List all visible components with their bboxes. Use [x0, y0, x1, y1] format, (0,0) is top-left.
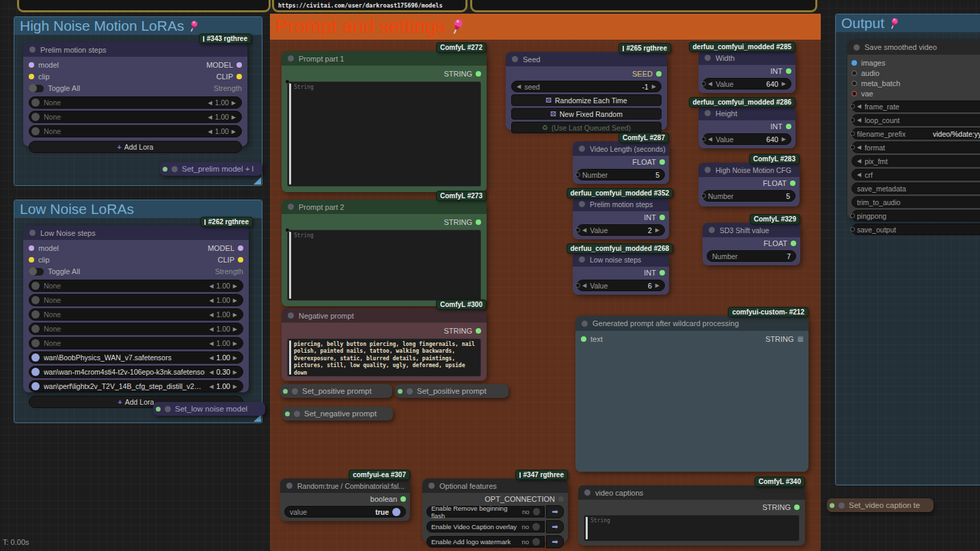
collapse-dot-icon[interactable] — [584, 489, 590, 496]
randomize-each-time-button[interactable]: ⚄ Randomize Each Time — [511, 94, 662, 106]
lora-row[interactable]: None◀1.00▶ — [29, 323, 243, 335]
toggle-knob-icon[interactable] — [532, 538, 540, 546]
node-header[interactable]: Save smoothed video — [847, 40, 980, 55]
node-header[interactable]: SD3 Shift value — [703, 223, 800, 237]
group-resize-handle[interactable] — [254, 177, 261, 185]
widget-slot-icon[interactable] — [575, 172, 580, 177]
value-widget[interactable]: ◀Value 640▶ — [703, 133, 791, 145]
arrow-right-icon[interactable]: ➡ — [546, 505, 564, 518]
int-output-slot[interactable] — [786, 68, 791, 74]
value-widget[interactable]: ◀Value 2▶ — [577, 224, 665, 236]
number-widget[interactable]: Number 7 — [707, 250, 796, 262]
string-output-slot[interactable] — [476, 71, 481, 77]
textarea-scrollbar[interactable] — [289, 83, 291, 185]
collapse-dot-icon[interactable] — [705, 167, 711, 173]
lora-toggle-icon[interactable] — [31, 296, 40, 304]
node-graph-canvas[interactable]: https://civitai.com/user/darkroast175696… — [0, 0, 980, 551]
node-header[interactable]: video captions — [578, 485, 805, 500]
node-set-low-noise-model[interactable]: Set_low noise model — [153, 402, 265, 416]
collapse-dot-icon[interactable] — [854, 44, 860, 51]
lora-toggle-icon[interactable] — [31, 98, 40, 107]
grid-handle-icon[interactable]: ▦ — [798, 335, 803, 342]
slot-dot-icon[interactable] — [398, 389, 403, 394]
lora-toggle-icon[interactable] — [31, 113, 40, 121]
node-header[interactable]: Negative prompt — [282, 308, 487, 323]
widget-slot-icon[interactable] — [575, 283, 580, 288]
lora-strength-value[interactable]: 1.00 — [215, 127, 228, 135]
slot-dot-icon[interactable] — [285, 412, 290, 416]
prompt-part-1-input[interactable] — [287, 81, 481, 187]
float-output-slot[interactable] — [790, 180, 795, 186]
lora-toggle-icon[interactable] — [31, 310, 40, 319]
model-input-slot[interactable] — [29, 62, 34, 68]
widget-slot-icon[interactable] — [575, 228, 580, 232]
lora-row[interactable]: None◀1.00▶ — [29, 280, 243, 292]
group-prompt-settings-title[interactable]: Prompt and settings — [270, 14, 821, 40]
int-output-slot[interactable] — [659, 270, 665, 276]
text-input-slot[interactable] — [581, 336, 586, 342]
lora-strength-value[interactable]: 1.00 — [215, 113, 228, 121]
lora-strength-value[interactable]: 0.30 — [216, 368, 230, 376]
collapse-dot-icon[interactable] — [582, 321, 588, 327]
lora-toggle-icon[interactable] — [31, 368, 40, 376]
crf-widget[interactable]: ◀crf — [852, 169, 980, 180]
clip-input-slot[interactable] — [29, 257, 34, 263]
collapse-dot-icon[interactable] — [579, 201, 585, 207]
node-header[interactable]: Height — [698, 106, 795, 120]
collapse-dot-icon[interactable] — [288, 55, 294, 62]
widget-slot-icon[interactable] — [850, 227, 855, 232]
node-header[interactable]: Random:true / Combinatorial:fal... — [280, 479, 410, 493]
toggle-knob-icon[interactable] — [533, 508, 540, 515]
widget-slot-icon[interactable] — [850, 145, 855, 150]
collapse-dot-icon[interactable] — [29, 230, 36, 236]
seed-value-widget[interactable]: ◀seed -1▶ — [511, 81, 662, 92]
value-widget[interactable]: ◀Value 640▶ — [703, 78, 791, 90]
lora-strength-value[interactable]: 1.00 — [216, 382, 230, 390]
collapse-dot-icon[interactable] — [286, 483, 292, 489]
node-set-video-caption[interactable]: Set_video caption te — [827, 498, 934, 512]
video-captions-input[interactable] — [584, 515, 800, 541]
pingpong-widget[interactable]: pingpong — [852, 210, 980, 221]
lora-strength-value[interactable]: 1.00 — [215, 98, 228, 107]
widget-slot-icon[interactable] — [850, 131, 855, 136]
textarea-scrollbar[interactable] — [289, 232, 291, 299]
node-header[interactable]: Low noise steps — [573, 252, 669, 267]
lora-row[interactable]: None◀1.00▶ — [29, 308, 243, 321]
format-widget[interactable]: ◀format — [852, 142, 980, 153]
collapse-dot-icon[interactable] — [288, 204, 294, 210]
int-output-slot[interactable] — [659, 215, 665, 220]
lora-toggle-icon[interactable] — [31, 325, 40, 333]
toggle-knob-icon[interactable] — [532, 523, 540, 530]
node-header[interactable]: Optional features — [422, 479, 568, 493]
group-output-title[interactable]: Output — [836, 14, 980, 32]
lora-row[interactable]: wan\perf\lightx2v_T2V_14B_cfg_step_disti… — [29, 380, 243, 392]
collapse-dot-icon[interactable] — [709, 227, 715, 233]
collapse-dot-icon[interactable] — [407, 388, 413, 394]
int-output-slot[interactable] — [786, 124, 791, 129]
images-input-slot[interactable] — [852, 60, 857, 66]
toggle-all-switch[interactable] — [29, 85, 44, 92]
model-output-slot[interactable] — [236, 62, 242, 68]
collapse-dot-icon[interactable] — [705, 55, 711, 61]
opt-connection-slot[interactable] — [558, 496, 564, 502]
number-widget[interactable]: Number 5 — [703, 190, 795, 202]
node-set-prelim-model[interactable]: Set_prelim model + l — [160, 162, 262, 176]
textarea-scrollbar[interactable] — [586, 517, 588, 539]
collapse-dot-icon[interactable] — [428, 483, 435, 489]
arrow-right-icon[interactable]: ➡ — [546, 535, 564, 548]
group-low-noise-title[interactable]: Low Noise LoRAs — [14, 200, 262, 218]
node-set-negative-prompt[interactable]: Set_negative prompt — [282, 407, 393, 420]
feature-toggle[interactable]: Enable Remove beginning flash no — [426, 506, 545, 518]
value-widget[interactable]: ◀Value 6▶ — [577, 280, 665, 291]
lora-toggle-icon[interactable] — [31, 127, 40, 135]
collapse-dot-icon[interactable] — [294, 411, 300, 417]
trim-to-audio-widget[interactable]: trim_to_audio — [852, 196, 980, 208]
widget-slot-icon[interactable] — [850, 104, 855, 109]
lora-row[interactable]: wan\BoobPhysics_WAN_v7.safetensors◀1.00▶ — [29, 351, 243, 364]
node-header[interactable]: High Noise Motion CFG — [698, 163, 800, 177]
node-header[interactable]: Low Noise steps — [23, 226, 249, 240]
collapse-dot-icon[interactable] — [165, 406, 171, 412]
collapse-dot-icon[interactable] — [29, 46, 36, 53]
save-metadata-widget[interactable]: save_metadata — [852, 183, 980, 194]
audio-input-slot[interactable] — [852, 70, 857, 76]
